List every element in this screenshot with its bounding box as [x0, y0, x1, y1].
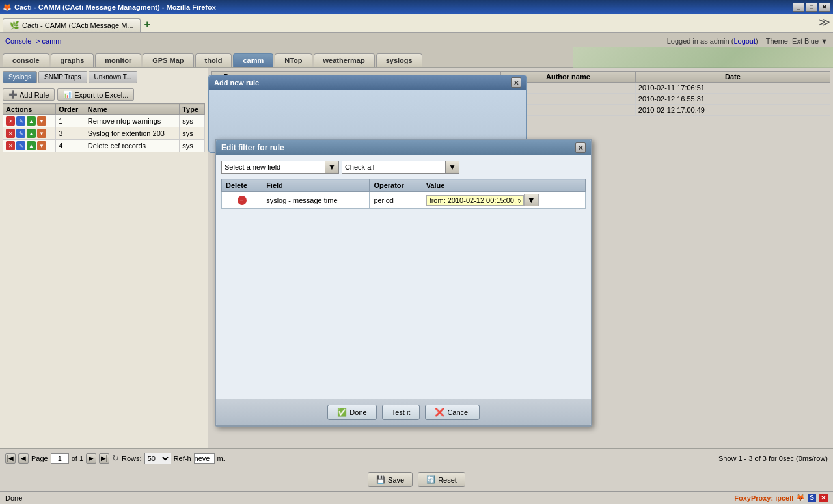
cancel-button[interactable]: ❌ Cancel	[425, 405, 479, 420]
title-bar: 🦊 Cacti - CAMM (CActi Message Managment)…	[0, 0, 833, 14]
modal-top-row: Select a new field ▼ Check all ▼	[221, 161, 586, 174]
tab-ntop[interactable]: NTop	[275, 53, 312, 67]
done-icon: ✅	[337, 408, 347, 417]
export-excel-button[interactable]: 📊 Export to Excel...	[57, 88, 134, 101]
nav-decoration	[573, 47, 833, 68]
field-placeholder: Select a new field	[225, 163, 280, 171]
edit-icon[interactable]: ✎	[16, 116, 25, 126]
tab-gps-map[interactable]: GPS Map	[143, 53, 193, 67]
modal-title-text: Edit filter for rule	[221, 143, 284, 152]
filter-col-delete: Delete	[222, 179, 262, 192]
row-name: Syslog for extention 203	[85, 127, 179, 140]
page-number-input[interactable]	[51, 453, 69, 464]
tab-graphs[interactable]: graphs	[51, 53, 94, 67]
done-label: Done	[349, 408, 366, 416]
pagination-bar: |◀ ◀ Page of 1 ▶ ▶| ↻ Rows: 50 100 25 Re…	[0, 448, 833, 468]
sidebar-tab-snmp[interactable]: SNMP Traps	[38, 71, 87, 83]
save-button[interactable]: 💾 Save	[368, 472, 413, 487]
ref-input[interactable]	[194, 453, 215, 464]
modal-body: Select a new field ▼ Check all ▼	[216, 155, 591, 399]
delete-icon[interactable]: ✕	[6, 129, 15, 138]
filter-col-field: Field	[262, 179, 370, 192]
up-icon[interactable]: ▲	[27, 116, 36, 126]
next-page-button[interactable]: ▶	[86, 453, 96, 464]
edit-icon[interactable]: ✎	[16, 141, 25, 150]
toolbar-row: ➕ Add Rule 📊 Export to Excel...	[3, 86, 205, 103]
sidebar-tab-unknown[interactable]: Unknown T...	[89, 71, 138, 83]
modal-title-bar: Edit filter for rule ✕	[216, 140, 591, 155]
first-page-button[interactable]: |◀	[5, 453, 16, 464]
filter-delete-cell: –	[222, 192, 262, 209]
tab-camm[interactable]: camm	[233, 53, 273, 67]
restore-button[interactable]: □	[806, 3, 817, 12]
status-icon-s: S	[808, 494, 816, 502]
prev-page-button[interactable]: ◀	[18, 453, 29, 464]
last-page-button[interactable]: ▶|	[99, 453, 109, 464]
page-label: Page	[31, 455, 48, 462]
field-dropdown-button[interactable]: ▼	[325, 161, 339, 174]
cell-date: 2010-02-11 17:06:51	[635, 83, 830, 94]
operator-value: Check all	[345, 163, 374, 171]
field-dropdown-input[interactable]: Select a new field	[221, 161, 325, 174]
modal-empty-area	[221, 211, 586, 393]
edit-icon[interactable]: ✎	[16, 129, 25, 138]
logged-in-label: Logged in as admin (Logout) Theme: Ext B…	[667, 37, 828, 45]
test-it-label: Test it	[392, 408, 411, 416]
rules-table: Actions Order Name Type ✕ ✎ ▲ ▼	[3, 103, 205, 152]
tab-label: Cacti - CAMM (CActi Message M...	[22, 21, 133, 29]
foxyproxy-icon: 🦊	[796, 494, 805, 502]
cancel-icon: ❌	[435, 408, 444, 417]
add-rule-button[interactable]: ➕ Add Rule	[3, 88, 55, 101]
down-icon[interactable]: ▼	[37, 129, 46, 138]
tab-syslogs[interactable]: syslogs	[376, 53, 422, 67]
nav-area: Console -> camm Logged in as admin (Logo…	[0, 33, 833, 68]
down-icon[interactable]: ▼	[37, 141, 46, 150]
browser-tab-bar: 🌿 Cacti - CAMM (CActi Message M... + ≫	[0, 14, 833, 33]
test-it-button[interactable]: Test it	[382, 405, 420, 420]
filter-operator-cell: period	[370, 192, 422, 209]
ref-label: Ref-h	[174, 455, 191, 462]
modal-close-button[interactable]: ✕	[575, 142, 586, 153]
down-icon[interactable]: ▼	[37, 116, 46, 126]
theme-dropdown-icon[interactable]: ▼	[821, 37, 828, 45]
tab-bar-end-icon: ≫	[818, 15, 830, 32]
firefox-icon: 🦊	[3, 3, 12, 12]
delete-row-button[interactable]: –	[238, 196, 247, 205]
save-bar: 💾 Save 🔄 Reset	[0, 468, 833, 491]
reset-icon: 🔄	[426, 475, 435, 484]
filter-table: Delete Field Operator Value – syslog - m…	[221, 179, 586, 209]
done-button[interactable]: ✅ Done	[327, 405, 376, 420]
bg-dialog-close-button[interactable]: ✕	[511, 77, 521, 88]
export-label: Export to Excel...	[74, 91, 128, 99]
browser-tab[interactable]: 🌿 Cacti - CAMM (CActi Message M...	[3, 18, 141, 32]
sidebar-tab-syslogs[interactable]: Syslogs	[3, 71, 37, 83]
tab-console[interactable]: console	[3, 53, 49, 67]
up-icon[interactable]: ▲	[27, 129, 36, 138]
row-actions: ✕ ✎ ▲ ▼	[3, 140, 56, 152]
cancel-label: Cancel	[447, 408, 469, 416]
value-dropdown-button[interactable]: ▼	[524, 194, 539, 206]
show-info: Show 1 - 3 of 3 for 0sec (0ms/row)	[718, 455, 828, 462]
new-tab-button[interactable]: +	[141, 18, 154, 32]
tab-monitor[interactable]: monitor	[95, 53, 141, 67]
table-row: ✕ ✎ ▲ ▼ 4 Delete cef records sys	[3, 140, 205, 152]
operator-dropdown-button[interactable]: ▼	[446, 161, 459, 174]
refresh-button[interactable]: ↻	[112, 453, 119, 463]
reset-label: Reset	[438, 476, 457, 484]
value-input[interactable]	[426, 195, 524, 206]
operator-dropdown-input[interactable]: Check all	[342, 161, 446, 174]
tab-weathermap[interactable]: weathermap	[314, 53, 375, 67]
minimize-button[interactable]: _	[793, 3, 804, 12]
edit-filter-dialog: Edit filter for rule ✕ Select a new fiel…	[215, 139, 592, 427]
close-button[interactable]: ✕	[819, 3, 830, 12]
delete-icon[interactable]: ✕	[6, 116, 15, 126]
up-icon[interactable]: ▲	[27, 141, 36, 150]
export-icon: 📊	[63, 90, 72, 99]
title-bar-left: 🦊 Cacti - CAMM (CActi Message Managment)…	[3, 3, 216, 12]
filter-value-cell: ▼	[422, 192, 585, 209]
tab-thold[interactable]: thold	[195, 53, 232, 67]
logout-link[interactable]: Logout	[733, 37, 756, 45]
rows-select[interactable]: 50 100 25	[144, 453, 171, 464]
reset-button[interactable]: 🔄 Reset	[418, 472, 465, 487]
delete-icon[interactable]: ✕	[6, 141, 15, 150]
